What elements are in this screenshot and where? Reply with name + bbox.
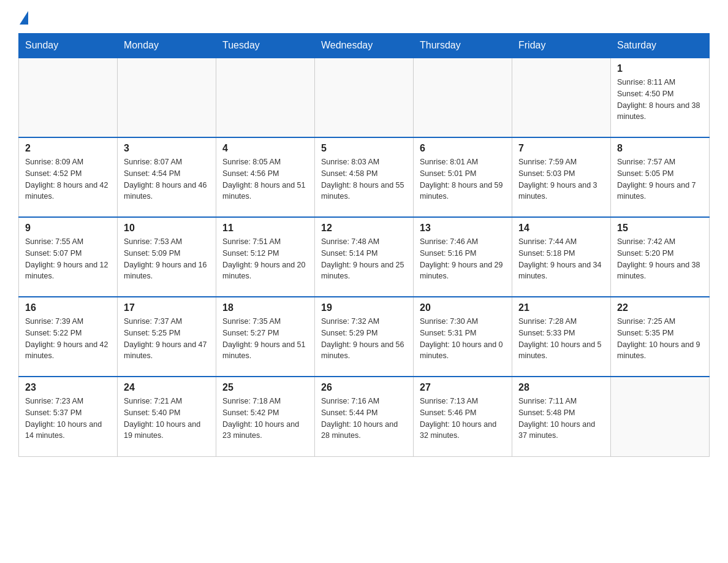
day-info-line: Sunrise: 8:05 AM [222,156,308,168]
day-info-line: Sunset: 5:14 PM [321,248,407,259]
calendar-day-cell [216,58,315,137]
day-number: 23 [25,382,111,393]
day-info: Sunrise: 7:23 AMSunset: 5:37 PMDaylight:… [25,396,111,442]
day-number: 13 [420,223,506,234]
calendar-day-cell: 14Sunrise: 7:44 AMSunset: 5:18 PMDayligh… [512,217,611,297]
day-number: 20 [420,302,506,313]
day-info-line: Sunset: 5:48 PM [518,407,604,419]
day-info-line: Sunset: 5:37 PM [25,407,111,419]
day-info-line: Sunrise: 7:39 AM [25,316,111,327]
day-info-line: Sunset: 5:29 PM [321,327,407,339]
day-info-line: Sunrise: 7:32 AM [321,316,407,327]
day-info-line: Sunset: 5:20 PM [617,248,703,259]
calendar-header-monday: Monday [118,34,216,58]
day-info: Sunrise: 8:09 AMSunset: 4:52 PMDaylight:… [25,156,111,202]
day-number: 11 [222,223,308,234]
calendar-header-thursday: Thursday [414,34,512,58]
day-info: Sunrise: 7:59 AMSunset: 5:03 PMDaylight:… [518,156,604,202]
day-info-line: Sunrise: 7:11 AM [518,396,604,407]
calendar-day-cell: 1Sunrise: 8:11 AMSunset: 4:50 PMDaylight… [611,58,710,137]
day-info-line: Sunrise: 7:13 AM [420,396,506,407]
calendar-day-cell: 10Sunrise: 7:53 AMSunset: 5:09 PMDayligh… [118,217,216,297]
day-info-line: Sunrise: 7:57 AM [617,156,703,168]
day-number: 1 [617,63,703,74]
calendar-day-cell: 9Sunrise: 7:55 AMSunset: 5:07 PMDaylight… [19,217,118,297]
calendar-day-cell: 3Sunrise: 8:07 AMSunset: 4:54 PMDaylight… [118,137,216,217]
day-info-line: Sunset: 5:12 PM [222,248,308,259]
day-info: Sunrise: 7:28 AMSunset: 5:33 PMDaylight:… [518,316,604,362]
calendar-day-cell [414,58,512,137]
calendar-day-cell: 28Sunrise: 7:11 AMSunset: 5:48 PMDayligh… [512,377,611,456]
calendar-day-cell: 7Sunrise: 7:59 AMSunset: 5:03 PMDaylight… [512,137,611,217]
day-info: Sunrise: 7:55 AMSunset: 5:07 PMDaylight:… [25,236,111,282]
calendar-day-cell: 26Sunrise: 7:16 AMSunset: 5:44 PMDayligh… [315,377,414,456]
day-number: 10 [124,223,210,234]
calendar-day-cell: 11Sunrise: 7:51 AMSunset: 5:12 PMDayligh… [216,217,315,297]
day-info-line: Sunset: 5:31 PM [420,327,506,339]
day-info-line: Daylight: 8 hours and 42 minutes. [25,180,111,203]
day-info-line: Sunrise: 7:28 AM [518,316,604,327]
day-info-line: Sunset: 4:54 PM [124,168,210,180]
calendar-day-cell: 22Sunrise: 7:25 AMSunset: 5:35 PMDayligh… [611,297,710,377]
calendar-day-cell: 13Sunrise: 7:46 AMSunset: 5:16 PMDayligh… [414,217,512,297]
logo-icon [18,12,28,26]
day-info-line: Sunset: 4:56 PM [222,168,308,180]
day-info-line: Daylight: 9 hours and 29 minutes. [420,259,506,283]
calendar-day-cell: 8Sunrise: 7:57 AMSunset: 5:05 PMDaylight… [611,137,710,217]
day-number: 19 [321,302,407,313]
calendar-header-tuesday: Tuesday [216,34,315,58]
day-info: Sunrise: 7:46 AMSunset: 5:16 PMDaylight:… [420,236,506,282]
day-number: 6 [420,143,506,154]
day-number: 17 [124,302,210,313]
calendar-week-row: 2Sunrise: 8:09 AMSunset: 4:52 PMDaylight… [19,137,710,217]
day-info-line: Daylight: 9 hours and 34 minutes. [518,259,604,283]
calendar-week-row: 16Sunrise: 7:39 AMSunset: 5:22 PMDayligh… [19,297,710,377]
day-info-line: Daylight: 9 hours and 16 minutes. [124,259,210,283]
day-info-line: Sunset: 5:07 PM [25,248,111,259]
calendar-day-cell [512,58,611,137]
day-number: 4 [222,143,308,154]
day-info-line: Daylight: 10 hours and 0 minutes. [420,339,506,362]
calendar-day-cell [315,58,414,137]
day-number: 7 [518,143,604,154]
day-number: 22 [617,302,703,313]
day-info-line: Daylight: 10 hours and 19 minutes. [124,419,210,442]
logo [18,12,28,27]
day-info-line: Sunrise: 7:48 AM [321,236,407,248]
day-info: Sunrise: 7:30 AMSunset: 5:31 PMDaylight:… [420,316,506,362]
day-info-line: Sunrise: 7:59 AM [518,156,604,168]
day-number: 18 [222,302,308,313]
day-info-line: Daylight: 9 hours and 25 minutes. [321,259,407,283]
day-info: Sunrise: 7:51 AMSunset: 5:12 PMDaylight:… [222,236,308,282]
day-info-line: Sunrise: 7:44 AM [518,236,604,248]
day-info-line: Daylight: 8 hours and 55 minutes. [321,180,407,203]
calendar-day-cell: 25Sunrise: 7:18 AMSunset: 5:42 PMDayligh… [216,377,315,456]
day-number: 14 [518,223,604,234]
day-info-line: Daylight: 9 hours and 51 minutes. [222,339,308,362]
day-info: Sunrise: 8:07 AMSunset: 4:54 PMDaylight:… [124,156,210,202]
day-info-line: Daylight: 8 hours and 38 minutes. [617,100,703,123]
day-info-line: Daylight: 10 hours and 5 minutes. [518,339,604,362]
day-info-line: Sunset: 5:33 PM [518,327,604,339]
calendar-day-cell: 17Sunrise: 7:37 AMSunset: 5:25 PMDayligh… [118,297,216,377]
day-info-line: Sunset: 5:16 PM [420,248,506,259]
calendar-day-cell: 21Sunrise: 7:28 AMSunset: 5:33 PMDayligh… [512,297,611,377]
day-info-line: Sunrise: 8:09 AM [25,156,111,168]
calendar-week-row: 23Sunrise: 7:23 AMSunset: 5:37 PMDayligh… [19,377,710,456]
calendar-day-cell: 6Sunrise: 8:01 AMSunset: 5:01 PMDaylight… [414,137,512,217]
day-number: 3 [124,143,210,154]
day-info-line: Sunrise: 8:07 AM [124,156,210,168]
day-info-line: Daylight: 8 hours and 46 minutes. [124,180,210,203]
day-info-line: Sunset: 5:44 PM [321,407,407,419]
day-info-line: Sunrise: 8:01 AM [420,156,506,168]
calendar-day-cell: 12Sunrise: 7:48 AMSunset: 5:14 PMDayligh… [315,217,414,297]
day-info-line: Sunset: 5:42 PM [222,407,308,419]
day-info: Sunrise: 7:44 AMSunset: 5:18 PMDaylight:… [518,236,604,282]
day-info-line: Sunrise: 8:11 AM [617,77,703,88]
page-header [18,12,710,27]
day-info-line: Sunrise: 7:46 AM [420,236,506,248]
day-info-line: Daylight: 10 hours and 14 minutes. [25,419,111,442]
day-number: 26 [321,382,407,393]
day-info-line: Sunset: 4:58 PM [321,168,407,180]
day-info: Sunrise: 7:18 AMSunset: 5:42 PMDaylight:… [222,396,308,442]
